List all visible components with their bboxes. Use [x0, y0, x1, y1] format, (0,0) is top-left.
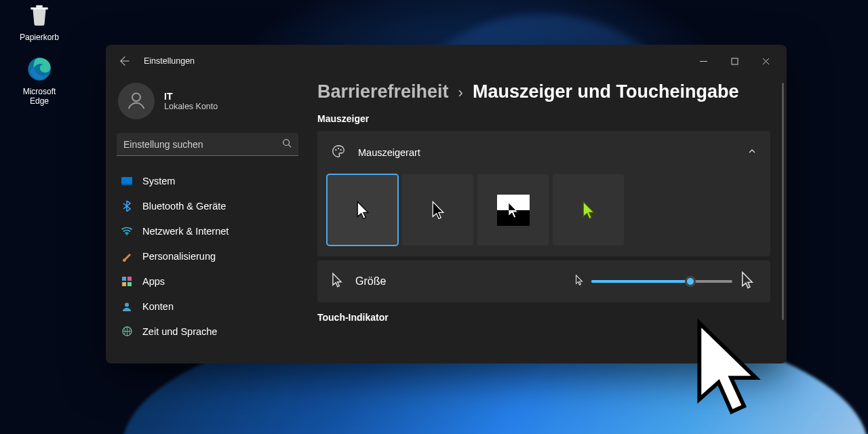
- size-label: Größe: [355, 275, 386, 288]
- chevron-up-icon: [747, 146, 757, 159]
- inverted-preview: [497, 195, 530, 226]
- svg-rect-9: [122, 282, 126, 286]
- svg-rect-8: [127, 277, 132, 281]
- slider-thumb[interactable]: [685, 276, 696, 287]
- section-mouse-pointer: Mauszeiger: [317, 113, 770, 124]
- pointer-style-header[interactable]: Mauszeigerart: [317, 131, 770, 174]
- sidebar-item-apps[interactable]: Apps: [114, 269, 301, 294]
- sidebar-item-label: Konten: [142, 301, 174, 312]
- apps-icon: [121, 275, 133, 288]
- pointer-style-label: Mauszeigerart: [358, 147, 420, 158]
- main-content: Barrierefreiheit › Mauszeiger und Touche…: [309, 77, 787, 363]
- maximize-button[interactable]: [719, 50, 750, 72]
- svg-point-11: [125, 302, 129, 307]
- pointer-style-black[interactable]: [402, 174, 473, 245]
- back-button[interactable]: [114, 50, 136, 72]
- scrollbar[interactable]: [782, 83, 784, 320]
- edge-icon: [24, 54, 54, 84]
- settings-window: Einstellungen IT Lokales Konto: [106, 45, 787, 363]
- svg-point-15: [340, 149, 342, 151]
- desktop-icon-label: Microsoft Edge: [12, 87, 66, 106]
- pointer-style-white[interactable]: [327, 174, 398, 245]
- search-icon: [282, 138, 292, 151]
- sidebar-item-label: Apps: [142, 276, 165, 287]
- breadcrumb-current: Mauszeiger und Toucheingabe: [473, 81, 739, 102]
- person-icon: [121, 300, 133, 313]
- pointer-style-card: Mauszeigerart: [317, 131, 770, 256]
- bluetooth-icon: [121, 200, 133, 212]
- pointer-style-custom[interactable]: [553, 174, 624, 245]
- sidebar-item-system[interactable]: System: [114, 168, 301, 193]
- svg-point-3: [283, 139, 290, 145]
- svg-point-6: [126, 234, 127, 235]
- brush-icon: [121, 250, 133, 262]
- account-type: Lokales Konto: [164, 102, 218, 111]
- sidebar-item-personalization[interactable]: Personalisierung: [114, 243, 301, 269]
- svg-point-2: [132, 93, 140, 101]
- svg-rect-1: [732, 58, 738, 64]
- breadcrumb: Barrierefreiheit › Mauszeiger und Touche…: [317, 81, 770, 102]
- sidebar: IT Lokales Konto System Bluetooth & Gerä…: [106, 77, 309, 363]
- minimize-button[interactable]: [688, 50, 719, 72]
- account-header[interactable]: IT Lokales Konto: [114, 77, 301, 133]
- close-button[interactable]: [750, 50, 781, 72]
- svg-rect-10: [127, 282, 132, 286]
- sidebar-item-label: Personalisierung: [142, 251, 216, 262]
- desktop-icon-recycle-bin[interactable]: Papierkorb: [12, 0, 66, 42]
- sidebar-item-label: Netzwerk & Internet: [142, 226, 229, 237]
- section-touch-indicator: Touch-Indikator: [317, 312, 770, 323]
- svg-point-14: [338, 148, 339, 149]
- titlebar: Einstellungen: [106, 45, 787, 77]
- pointer-style-inverted[interactable]: [477, 174, 549, 245]
- sidebar-item-label: System: [142, 176, 175, 186]
- sidebar-item-bluetooth[interactable]: Bluetooth & Geräte: [114, 193, 301, 218]
- sidebar-item-time-language[interactable]: Zeit und Sprache: [114, 319, 301, 344]
- sidebar-item-network[interactable]: Netzwerk & Internet: [114, 218, 301, 243]
- window-title: Einstellungen: [144, 56, 195, 66]
- svg-rect-5: [121, 184, 132, 185]
- pointer-size-card: Größe: [317, 260, 770, 302]
- sidebar-item-label: Bluetooth & Geräte: [142, 201, 226, 212]
- cursor-icon: [331, 273, 343, 290]
- wifi-icon: [121, 225, 133, 237]
- globe-icon: [121, 326, 133, 338]
- sidebar-item-label: Zeit und Sprache: [142, 326, 217, 337]
- recycle-bin-icon: [24, 0, 54, 30]
- desktop-icon-label: Papierkorb: [12, 33, 66, 42]
- avatar: [118, 83, 155, 119]
- search-input[interactable]: [123, 139, 282, 150]
- monitor-icon: [121, 175, 133, 187]
- palette-icon: [331, 144, 346, 161]
- desktop-icon-edge[interactable]: Microsoft Edge: [12, 54, 66, 106]
- svg-point-13: [335, 149, 336, 151]
- svg-rect-7: [122, 277, 126, 281]
- size-slider[interactable]: [591, 275, 732, 288]
- chevron-right-icon: ›: [458, 84, 463, 102]
- sidebar-item-accounts[interactable]: Konten: [114, 294, 301, 319]
- account-name: IT: [164, 91, 218, 102]
- size-min-icon: [575, 275, 583, 288]
- breadcrumb-parent[interactable]: Barrierefreiheit: [317, 81, 449, 102]
- svg-rect-4: [121, 177, 132, 184]
- search-box[interactable]: [117, 133, 298, 156]
- size-max-icon: [741, 271, 754, 292]
